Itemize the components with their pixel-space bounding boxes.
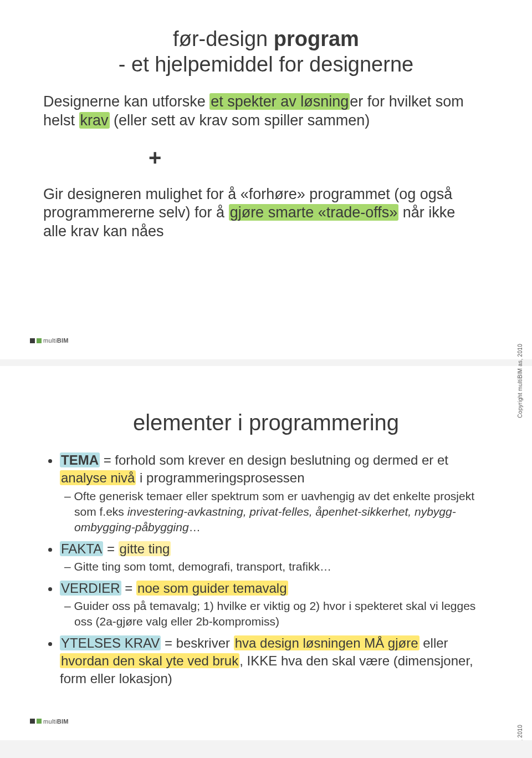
hl-verdier: VERDIER <box>60 581 121 596</box>
sublist-fakta: Gitte ting som tomt, demografi, transpor… <box>64 559 489 574</box>
sub-italic: investering-avkastning, privat-felles, å… <box>74 505 456 533</box>
logo-bold: BIM <box>57 337 69 344</box>
slide-2: elementer i programmering TEMA = forhold… <box>0 366 532 740</box>
p1-highlight-spektrum: et spekter av løsning <box>209 93 350 110</box>
sublist-tema: Ofte generisk temaer eller spektrum som … <box>64 489 489 536</box>
logo-text: multiBIM <box>43 337 69 344</box>
slide-1: før-design program - et hjelpemiddel for… <box>0 0 532 366</box>
logo-bold: BIM <box>57 718 69 725</box>
logo-square2-icon <box>37 719 42 724</box>
b4b: eller <box>420 635 448 650</box>
logo-square2-icon <box>37 338 42 343</box>
hl-hva: hva design løsningen MÅ gjøre <box>234 635 420 650</box>
hl-tema: TEMA <box>60 452 100 467</box>
b4a: = beskriver <box>161 635 233 650</box>
slide2-list: TEMA = forhold som krever en design besl… <box>43 451 489 688</box>
p2-highlight-tradeoffs: gjøre smarte «trade-offs» <box>229 204 399 221</box>
logo-text: multiBIM <box>43 718 69 725</box>
plus-symbol: + <box>43 145 489 170</box>
sub-tema-1: Ofte generisk temaer eller spektrum som … <box>74 489 489 536</box>
p1a: Designerne kan utforske <box>43 93 209 110</box>
logo: multiBIM <box>30 718 69 725</box>
p1c: (eller sett av krav som spiller sammen) <box>110 112 370 129</box>
title-pre: før-design <box>173 27 274 50</box>
b3eq: = <box>121 581 136 596</box>
logo: multiBIM <box>30 337 69 344</box>
p1-highlight-krav: krav <box>79 112 110 129</box>
logo-pre: multi <box>43 337 57 344</box>
title-line2: - et hjelpemiddel for designerne <box>119 53 413 76</box>
sub-fakta-1: Gitte ting som tomt, demografi, transpor… <box>74 559 489 574</box>
bullet-fakta: FAKTA = gitte ting Gitte ting som tomt, … <box>60 540 489 575</box>
hl-ytelses: YTELSES KRAV <box>60 635 161 650</box>
hl-analyse: analyse nivå <box>60 470 136 485</box>
bullet-ytelses: YTELSES KRAV = beskriver hva design løsn… <box>60 634 489 688</box>
slide1-para1: Designerne kan utforske et spekter av lø… <box>43 93 464 130</box>
hl-gitte: gitte ting <box>119 541 171 556</box>
hl-hvordan: hvordan den skal yte ved bruk <box>60 653 239 668</box>
logo-square-icon <box>30 338 35 343</box>
logo-square-icon <box>30 719 35 724</box>
sub-b: … <box>189 521 201 533</box>
b2eq: = <box>103 541 118 556</box>
document-page: før-design program - et hjelpemiddel for… <box>0 0 532 740</box>
slide2-title: elementer i programmering <box>43 409 489 436</box>
b1a: = forhold som krever en design beslutnin… <box>100 452 448 467</box>
slide1-title: før-design program - et hjelpemiddel for… <box>43 27 489 77</box>
slide1-para2: Gir designeren mulighet for å «forhøre» … <box>43 185 464 241</box>
bullet-tema: TEMA = forhold som krever en design besl… <box>60 451 489 536</box>
bullet-verdier: VERDIER = noe som guider temavalg Guider… <box>60 579 489 630</box>
b1b: i programmeringsprosessen <box>136 470 304 485</box>
sublist-verdier: Guider oss på temavalg; 1) hvilke er vik… <box>64 598 489 630</box>
copyright-text: Copyright multiBIM as, 2010 <box>517 725 523 740</box>
logo-pre: multi <box>43 718 57 725</box>
title-bold: program <box>274 27 359 50</box>
sub-verdier-1: Guider oss på temavalg; 1) hvilke er vik… <box>74 598 489 630</box>
hl-noe: noe som guider temavalg <box>136 581 288 596</box>
hl-fakta: FAKTA <box>60 541 103 556</box>
